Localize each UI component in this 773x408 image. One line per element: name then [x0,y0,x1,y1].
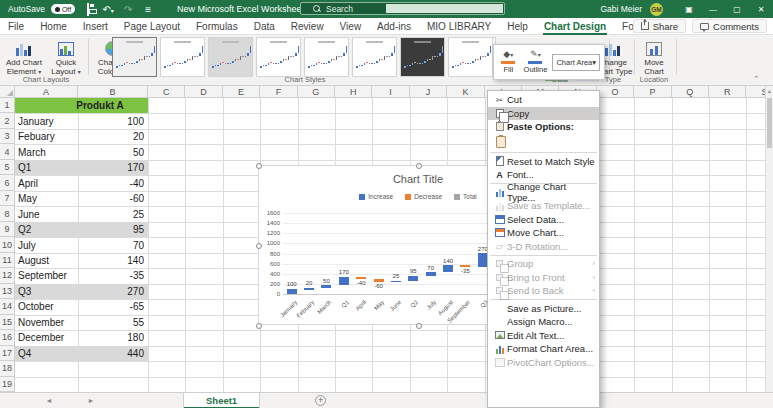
menu-item-font[interactable]: AFont... [488,168,599,182]
legend-item-total[interactable]: Total [454,193,477,200]
close-button[interactable]: ✕ [749,0,773,18]
collapse-ribbon-button[interactable]: ⌃ [753,75,759,83]
restore-button[interactable]: ▢ [725,0,749,18]
menu-item-copy[interactable]: Copy [488,107,599,121]
row-header-3[interactable]: 3 [0,129,15,144]
move-chart-button[interactable]: Move Chart [636,38,672,78]
chart-selection-handle[interactable] [256,163,262,169]
tab-formulas[interactable]: Formulas [188,18,246,35]
tab-review[interactable]: Review [283,18,332,35]
cell-A15[interactable]: November [15,315,78,330]
legend-item-increase[interactable]: Increase [359,193,393,200]
select-all-corner[interactable] [0,86,15,98]
row-header-11[interactable]: 11 [0,253,15,268]
cell-A12[interactable]: September [15,268,78,283]
cell-B2[interactable]: 100 [78,113,148,128]
row-header-4[interactable]: 4 [0,144,15,159]
sheet-tab-sheet1[interactable]: Sheet1 [183,393,260,408]
autosave-toggle[interactable]: Off [51,4,75,14]
cell-A7[interactable]: May [15,191,78,206]
cell-B8[interactable]: 25 [78,206,148,221]
bar-august[interactable] [443,265,453,272]
cell-B3[interactable]: 20 [78,129,148,144]
menu-item-assign-macro[interactable]: Assign Macro... [488,315,599,329]
bar-june[interactable] [391,281,401,283]
cell-B15[interactable]: 55 [78,315,148,330]
column-header-P[interactable]: P [634,86,671,98]
paste-option-button[interactable] [488,134,599,151]
cell-A5[interactable]: Q1 [15,160,78,175]
quick-layout-button[interactable]: Quick Layout ▾ [45,38,87,78]
row-header-5[interactable]: 5 [0,160,15,175]
cell-A14[interactable]: October [15,299,78,314]
ribbon-display-options-button[interactable]: ▣ [677,0,701,18]
menu-item-change-chart-type[interactable]: Change Chart Type... [488,186,599,200]
minimize-button[interactable]: — [701,0,725,18]
column-header-O[interactable]: O [597,86,634,98]
cell-B7[interactable]: -60 [78,191,148,206]
comments-button[interactable]: Comments [692,19,767,33]
chart-selection-handle[interactable] [256,323,262,329]
cell-B11[interactable]: 140 [78,253,148,268]
cell-A13[interactable]: Q3 [15,284,78,299]
cell-product-header[interactable]: Produkt A [60,98,140,113]
cell-B13[interactable]: 270 [78,284,148,299]
chart-selection-handle[interactable] [256,243,262,249]
user-name[interactable]: Gabi Meier [600,4,642,14]
bar-september[interactable] [460,265,470,267]
share-button[interactable]: Share [633,19,686,33]
cell-A9[interactable]: Q2 [15,222,78,237]
cell-A3[interactable]: Febuary [15,129,78,144]
cell-A11[interactable]: August [15,253,78,268]
cell-B4[interactable]: 50 [78,144,148,159]
cell-B9[interactable]: 95 [78,222,148,237]
chart-selection-handle[interactable] [416,323,422,329]
cell-B14[interactable]: -65 [78,299,148,314]
chart-style-thumbnail-5[interactable] [304,37,349,77]
menu-item-move-chart[interactable]: Move Chart... [488,226,599,240]
chart-style-thumbnail-3[interactable] [208,37,253,77]
bar-july[interactable] [426,272,436,276]
legend-item-decrease[interactable]: Decrease [405,193,442,200]
tab-home[interactable]: Home [32,18,75,35]
row-header-12[interactable]: 12 [0,268,15,283]
menu-item-paste-options[interactable]: Paste Options: [488,120,599,134]
bar-may[interactable] [374,279,384,282]
menu-item-format-chart-area[interactable]: Format Chart Area... [488,342,599,356]
row-header-1[interactable]: 1 [0,98,15,113]
chart-style-thumbnail-8[interactable] [448,37,493,77]
cell-A2[interactable]: January [15,113,78,128]
row-header-15[interactable]: 15 [0,315,15,330]
row-header-14[interactable]: 14 [0,299,15,314]
column-header-B[interactable]: B [78,86,148,98]
column-header-R[interactable]: R [709,86,746,98]
bar-march[interactable] [321,285,331,288]
column-header-D[interactable]: D [185,86,222,98]
cell-A16[interactable]: December [15,330,78,345]
tab-add-ins[interactable]: Add-ins [369,18,419,35]
column-header-F[interactable]: F [260,86,297,98]
scrollbar-thumb[interactable] [767,98,772,148]
column-header-K[interactable]: K [447,86,484,98]
row-header-19[interactable]: 19 [0,377,15,392]
tab-page-layout[interactable]: Page Layout [116,18,188,35]
cell-A10[interactable]: July [15,237,78,252]
cell-B17[interactable]: 440 [78,346,148,361]
quick-access-customize-button[interactable]: ≡ [141,4,155,15]
chart-elements-dropdown[interactable]: Chart Area ▾ [552,54,600,71]
cell-A8[interactable]: June [15,206,78,221]
bar-q1[interactable] [339,277,349,286]
column-header-E[interactable]: E [223,86,260,98]
chart-style-thumbnail-1[interactable] [112,37,157,77]
menu-item-reset-to-match-style[interactable]: Reset to Match Style [488,155,599,169]
fill-button[interactable]: ◆▾ Fill [498,50,519,74]
chart-style-thumbnail-4[interactable] [256,37,301,77]
menu-item-save-as-picture[interactable]: Save as Picture... [488,302,599,316]
row-header-8[interactable]: 8 [0,206,15,221]
row-header-13[interactable]: 13 [0,284,15,299]
tab-mio-library[interactable]: MIO LIBRARY [419,18,499,35]
row-header-17[interactable]: 17 [0,346,15,361]
menu-item-edit-alt-text[interactable]: Edit Alt Text... [488,329,599,343]
tab-insert[interactable]: Insert [75,18,116,35]
tab-file[interactable]: File [0,18,32,35]
